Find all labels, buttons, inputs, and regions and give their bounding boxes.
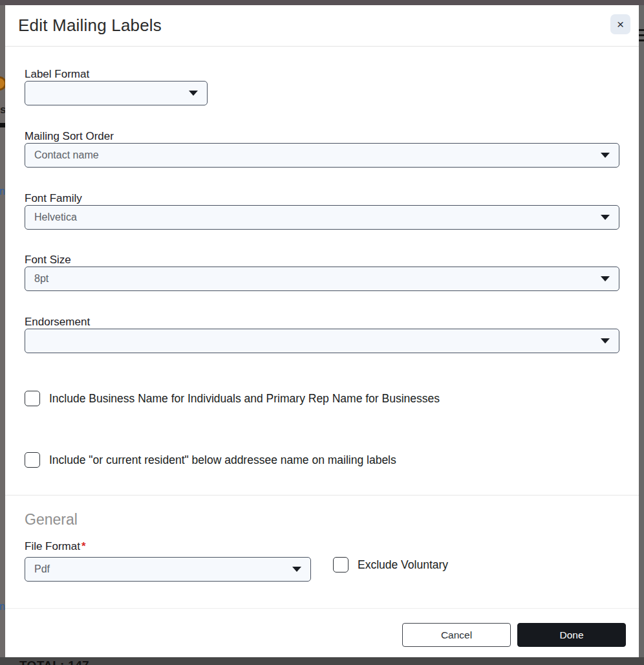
mailing-sort-order-value: Contact name bbox=[34, 149, 596, 161]
exclude-voluntary-label: Exclude Voluntary bbox=[358, 558, 448, 572]
font-family-value: Helvetica bbox=[34, 212, 596, 223]
include-business-name-label: Include Business Name for Individuals an… bbox=[49, 392, 440, 406]
dialog-title: Edit Mailing Labels bbox=[18, 16, 162, 36]
cancel-button[interactable]: Cancel bbox=[402, 623, 511, 647]
overlay-right bbox=[639, 5, 644, 657]
endorsement-select[interactable] bbox=[25, 329, 619, 353]
exclude-voluntary-checkbox[interactable] bbox=[333, 557, 349, 572]
dialog-header: Edit Mailing Labels × bbox=[5, 5, 639, 47]
background-fragment-text: s bbox=[0, 104, 5, 116]
file-format-label: File Format* bbox=[25, 540, 86, 553]
overlay-top bbox=[0, 0, 644, 5]
total-count-label: TOTAL: 147 bbox=[19, 659, 89, 665]
font-size-value: 8pt bbox=[34, 273, 596, 285]
chevron-down-icon bbox=[601, 215, 610, 220]
include-current-resident-label: Include "or current resident" below addr… bbox=[49, 453, 396, 467]
endorsement-label: Endorsement bbox=[25, 316, 90, 329]
font-family-label: Font Family bbox=[25, 192, 82, 205]
include-current-resident-row: Include "or current resident" below addr… bbox=[25, 452, 396, 468]
mailing-sort-order-label: Mailing Sort Order bbox=[25, 130, 114, 143]
close-button[interactable]: × bbox=[610, 14, 630, 34]
required-asterisk: * bbox=[81, 540, 86, 552]
overlay-left: s n n bbox=[0, 5, 5, 657]
background-fragment-bar bbox=[0, 123, 5, 127]
chevron-down-icon bbox=[189, 91, 198, 96]
include-current-resident-checkbox[interactable] bbox=[25, 452, 40, 468]
label-format-label: Label Format bbox=[25, 68, 89, 81]
section-divider bbox=[5, 495, 639, 496]
background-fragment-text: n bbox=[0, 601, 5, 613]
chevron-down-icon bbox=[601, 276, 610, 281]
font-size-label: Font Size bbox=[25, 254, 71, 267]
chevron-down-icon bbox=[601, 153, 610, 158]
file-format-label-text: File Format bbox=[25, 540, 80, 552]
include-business-name-checkbox[interactable] bbox=[25, 391, 40, 406]
file-format-value: Pdf bbox=[34, 563, 287, 575]
font-size-select[interactable]: 8pt bbox=[25, 267, 619, 291]
chevron-down-icon bbox=[601, 338, 610, 343]
chevron-down-icon bbox=[292, 567, 301, 572]
overlay-bottom: TOTAL: 147 bbox=[0, 657, 644, 665]
background-fragment-text: n bbox=[0, 186, 5, 197]
edit-mailing-labels-dialog: Edit Mailing Labels × Label Format Maili… bbox=[5, 5, 639, 657]
hamburger-icon bbox=[639, 39, 644, 41]
file-format-select[interactable]: Pdf bbox=[25, 557, 311, 582]
mailing-sort-order-select[interactable]: Contact name bbox=[25, 143, 619, 168]
include-business-name-row: Include Business Name for Individuals an… bbox=[25, 391, 440, 406]
background-fragment-dot bbox=[0, 76, 5, 91]
done-button[interactable]: Done bbox=[517, 623, 626, 647]
hamburger-icon bbox=[639, 29, 644, 31]
label-format-select[interactable] bbox=[25, 81, 208, 105]
hamburger-icon bbox=[639, 34, 644, 36]
general-section-heading: General bbox=[25, 511, 78, 529]
font-family-select[interactable]: Helvetica bbox=[25, 205, 619, 230]
footer-divider bbox=[5, 608, 639, 609]
close-icon: × bbox=[617, 17, 624, 32]
exclude-voluntary-row: Exclude Voluntary bbox=[333, 557, 448, 572]
